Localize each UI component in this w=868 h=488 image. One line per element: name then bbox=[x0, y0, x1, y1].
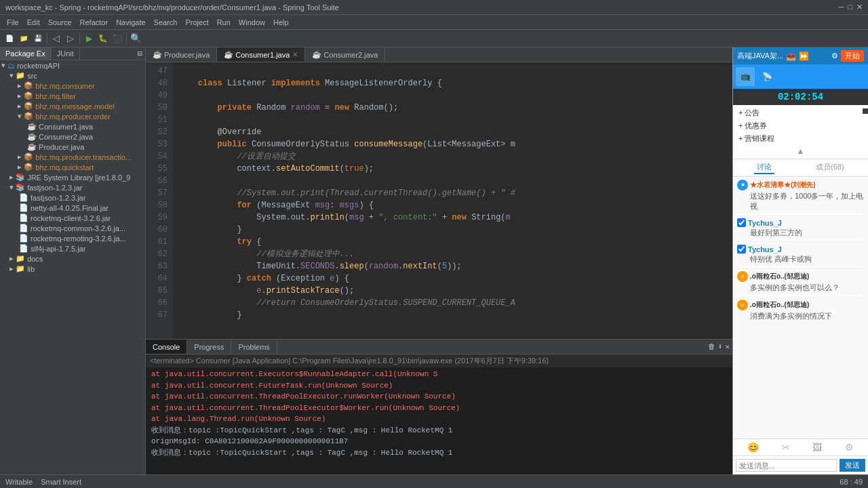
toolbar-btn-debug[interactable]: 🐛 bbox=[96, 32, 110, 45]
panel-collapse-btn[interactable]: ⊟ bbox=[138, 49, 142, 59]
announce-section: + 公告 + 优惠券 + 营销课程 ▲ bbox=[733, 105, 868, 159]
tree-item-message-pkg[interactable]: ▸ 📦 bhz.mq.message.model bbox=[0, 101, 145, 111]
tree-item-netty[interactable]: 📄 netty-all-4.0.25.Final.jar bbox=[0, 203, 145, 213]
code-editor[interactable]: 4748495051 5253545556 5758596061 6263646… bbox=[146, 62, 732, 339]
tree-item-consumer1[interactable]: ☕ Consumer1.java bbox=[0, 121, 145, 131]
announce-item-3[interactable]: + 营销课程 bbox=[733, 132, 868, 145]
tree-item-rocketmq-remoting[interactable]: 📄 rocketmq-remoting-3.2.6.ja... bbox=[0, 233, 145, 243]
tab-consumer2-icon: ☕ bbox=[312, 50, 321, 59]
share-screen-btn[interactable]: 📺 bbox=[736, 67, 755, 86]
menu-item-refactor[interactable]: Refactor bbox=[76, 17, 113, 28]
announce-item-2[interactable]: + 优惠券 bbox=[733, 119, 868, 132]
msg2-checkbox[interactable] bbox=[737, 218, 746, 227]
tree-item-consumer-pkg[interactable]: ▸ 📦 bhz.mq.consumer bbox=[0, 81, 145, 91]
menu-item-navigate[interactable]: Navigate bbox=[112, 17, 149, 28]
code-line-58: for (MessageExt msg: msgs) { bbox=[178, 199, 727, 211]
tree-item-filter-pkg[interactable]: ▸ 📦 bhz.mq.filter bbox=[0, 91, 145, 101]
menu-item-source[interactable]: Source bbox=[44, 17, 76, 28]
tree-item-producer[interactable]: ☕ Producer.java bbox=[0, 142, 145, 152]
tab-producer[interactable]: ☕ Producer.java bbox=[146, 47, 217, 62]
chat-text-5: 消费满为多实例的情况下 bbox=[737, 311, 864, 321]
tree-item-consumer2[interactable]: ☕ Consumer2.java bbox=[0, 131, 145, 142]
tree-item-transactio-pkg[interactable]: ▸ 📦 bhz.mq.producer.transactio... bbox=[0, 152, 145, 162]
menu-item-window[interactable]: Window bbox=[235, 17, 269, 28]
menu-item-file[interactable]: File bbox=[3, 17, 23, 28]
settings-icon[interactable]: ⚙ bbox=[831, 52, 838, 60]
console-line-7: orignMsgId: C0A8012100002A9F000000000000… bbox=[151, 436, 727, 447]
console-close-btn[interactable]: ✕ bbox=[725, 342, 730, 351]
menu-item-search[interactable]: Search bbox=[150, 17, 182, 28]
editor-area: ☕ Producer.java ☕ Consumer1.java ✕ ☕ Con… bbox=[146, 47, 732, 474]
maximize-btn[interactable]: □ bbox=[848, 3, 852, 12]
tree-item-slf4j[interactable]: 📄 slf4j-api-1.7.5.jar bbox=[0, 243, 145, 253]
toolbar-sep-1 bbox=[47, 33, 47, 45]
tab-consumer1[interactable]: ☕ Consumer1.java ✕ bbox=[217, 47, 305, 62]
minimize-btn[interactable]: ─ bbox=[839, 3, 844, 12]
toolbar-btn-stop[interactable]: ⬛ bbox=[111, 32, 124, 45]
status-bar: Writable Smart Insert 68 : 49 bbox=[0, 474, 868, 488]
collapse-announce-btn[interactable]: ▲ bbox=[797, 146, 805, 156]
tree-item-rocketmq-client[interactable]: 📄 rocketmq-client-3.2.6.jar bbox=[0, 213, 145, 223]
tab-producer-icon: ☕ bbox=[153, 50, 162, 59]
timer-value: 02:02:54 bbox=[778, 92, 823, 102]
tree-item-docs[interactable]: ▸ 📁 docs bbox=[0, 253, 145, 264]
console-scroll-btn[interactable]: ⬇ bbox=[718, 342, 723, 351]
code-line-53: public ConsumeOrderlyStatus consumeMessa… bbox=[178, 138, 727, 150]
share-icon[interactable]: 📤 bbox=[786, 52, 796, 61]
tree-item-src[interactable]: ▾ 📁 src bbox=[0, 70, 145, 81]
code-line-48: class Listener implements MessageListene… bbox=[178, 77, 727, 89]
settings2-icon[interactable]: ⚙ bbox=[845, 442, 854, 453]
toolbar-btn-forward[interactable]: ▷ bbox=[64, 32, 77, 45]
toolbar-btn-back[interactable]: ◁ bbox=[50, 32, 63, 45]
toolbar-sep-2 bbox=[79, 33, 80, 45]
menu-item-edit[interactable]: Edit bbox=[23, 17, 44, 28]
tree-item-rocketmq-common[interactable]: 📄 rocketmq-common-3.2.6.ja... bbox=[0, 223, 145, 233]
code-content[interactable]: class Listener implements MessageListene… bbox=[173, 62, 732, 339]
announce-item-1[interactable]: + 公告 bbox=[733, 106, 868, 119]
toolbar-btn-search[interactable]: 🔍 bbox=[129, 32, 142, 45]
toolbar-btn-open[interactable]: 📁 bbox=[17, 32, 31, 45]
tree-item-jre[interactable]: ▸ 📚 JRE System Library [jre1.8.0_9 bbox=[0, 172, 145, 182]
forward-icon[interactable]: ⏩ bbox=[799, 52, 809, 61]
tree-item-producer-order-pkg[interactable]: ▾ 📦 bhz.mq.producer.order bbox=[0, 111, 145, 121]
timer-display: 02:02:54 bbox=[733, 89, 868, 105]
toolbar: 📄 📁 💾 ◁ ▷ ▶ 🐛 ⬛ 🔍 bbox=[0, 30, 868, 47]
code-line-52: @Override bbox=[178, 126, 727, 138]
tree-item-ref-libs[interactable]: ▾ 📚 fastjson-1.2.3.jar bbox=[0, 182, 145, 192]
emoji-icon[interactable]: 😊 bbox=[747, 442, 759, 453]
toolbar-btn-run[interactable]: ▶ bbox=[82, 32, 96, 45]
tree-item-lib[interactable]: ▸ 📁 lib bbox=[0, 264, 145, 274]
msg3-checkbox[interactable] bbox=[737, 245, 746, 253]
tab-progress[interactable]: Progress bbox=[187, 340, 231, 354]
tree-item-root[interactable]: ▾ 🗂 rocketmqAPI bbox=[0, 60, 145, 70]
tree-item-fastjson[interactable]: 📄 fastjson-1.2.3.jar bbox=[0, 192, 145, 203]
menu-item-run[interactable]: Run bbox=[213, 17, 235, 28]
console-clear-btn[interactable]: 🗑 bbox=[708, 342, 715, 351]
menu-item-project[interactable]: Project bbox=[181, 17, 212, 28]
chat-user-5: .o雨粒石o..(邹思迪) bbox=[750, 300, 809, 310]
menu-item-help[interactable]: Help bbox=[269, 17, 293, 28]
tab-console[interactable]: Console bbox=[146, 340, 187, 354]
tree-item-quickstart-pkg[interactable]: ▸ 📦 bhz.mq.quickstart bbox=[0, 162, 145, 172]
left-panel: Package Ex JUnit ⊟ ▾ 🗂 rocketmqAPI ▾ 📁 s… bbox=[0, 47, 146, 474]
toolbar-btn-save[interactable]: 💾 bbox=[31, 32, 45, 45]
tab-consumer2[interactable]: ☕ Consumer2.java bbox=[305, 47, 385, 62]
kaifang-button[interactable]: 开始 bbox=[841, 50, 864, 62]
send-button[interactable]: 发送 bbox=[840, 459, 865, 472]
tab-package-explorer[interactable]: Package Ex bbox=[0, 47, 52, 60]
image-icon[interactable]: 🖼 bbox=[812, 442, 822, 453]
tab-consumer1-close[interactable]: ✕ bbox=[292, 51, 298, 58]
broadcast-btn[interactable]: 📡 bbox=[757, 67, 776, 86]
code-line-51 bbox=[178, 114, 727, 126]
member-tab[interactable]: 成员(68) bbox=[813, 161, 847, 174]
message-input[interactable] bbox=[736, 459, 837, 472]
toolbar-btn-new[interactable]: 📄 bbox=[3, 32, 16, 45]
code-line-47 bbox=[178, 65, 727, 77]
tab-problems[interactable]: Problems bbox=[231, 340, 277, 354]
cut-icon[interactable]: ✂ bbox=[782, 442, 790, 453]
tab-junit[interactable]: JUnit bbox=[52, 47, 80, 60]
console-line-5: at java.lang.Thread.run(Unknown Source) bbox=[151, 413, 727, 425]
right-panel-header: 高端JAVA架... 📤 ⏩ ⚙ 开始 bbox=[733, 47, 868, 64]
close-btn[interactable]: ✕ bbox=[856, 3, 863, 12]
discuss-tab[interactable]: 讨论 bbox=[754, 161, 774, 174]
